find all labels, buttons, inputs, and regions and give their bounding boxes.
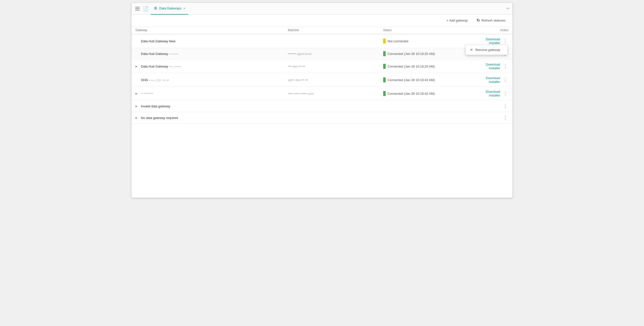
tab-close-button[interactable]: × bbox=[183, 7, 185, 10]
gateway-name: Data Hub Gateway •••••••••• bbox=[141, 52, 178, 56]
gateway-cell: Data Hub Gateway •••••••••• bbox=[132, 48, 284, 60]
data-gateways-tab[interactable]: ⚙ Data Gateways × bbox=[151, 3, 188, 14]
action-cell: ⋮ bbox=[474, 112, 512, 124]
add-gateway-button[interactable]: + Add gateway bbox=[444, 17, 470, 23]
top-bar: 📄 ⚙ Data Gateways × ✏ bbox=[132, 3, 512, 14]
table-row: DHG ••••••_SQL.for.all sql•••.dev.•••.••… bbox=[132, 73, 512, 87]
tab-label: Data Gateways bbox=[159, 6, 181, 10]
machine-cell bbox=[284, 112, 379, 124]
table-row: Data Hub Gateway New Not connected bbox=[132, 34, 512, 48]
expand-icon[interactable]: ▶ bbox=[136, 92, 139, 95]
gateway-table: Gateway Machine Status Action Data Hub G… bbox=[132, 26, 512, 124]
action-cell: ⋮ bbox=[474, 100, 512, 112]
status-cell: Connected (Jan 28 10:16:42 AM) bbox=[379, 73, 474, 87]
expand-icon[interactable]: ▶ bbox=[136, 105, 139, 108]
gateway-table-container: Gateway Machine Status Action Data Hub G… bbox=[132, 26, 512, 198]
status-indicator bbox=[383, 51, 386, 56]
new-file-button[interactable]: 📄 bbox=[143, 6, 148, 11]
table-row: ▶ ••.••••••••• •••••.•••••.•••••••.com C… bbox=[132, 87, 512, 100]
pencil-icon[interactable]: ✏ bbox=[506, 6, 510, 11]
refresh-statuses-button[interactable]: ↻ Refresh statuses bbox=[474, 17, 508, 24]
refresh-statuses-label: Refresh statuses bbox=[481, 18, 506, 22]
add-gateway-label: + Add gateway bbox=[446, 18, 468, 22]
gateway-cell: Data Hub Gateway New bbox=[132, 34, 284, 48]
context-menu: ✕ Remove gateway bbox=[466, 45, 508, 55]
col-header-action: Action bbox=[474, 26, 512, 34]
machine-cell bbox=[284, 34, 379, 48]
gateway-cell: ▶ ••.••••••••• bbox=[132, 87, 284, 100]
status-cell bbox=[379, 112, 474, 124]
gateway-name: ••.••••••••• bbox=[141, 92, 153, 95]
status-cell: Connected (Jan 28 10:16:25 AM) bbox=[379, 48, 474, 60]
more-actions-button[interactable]: ⋮ bbox=[502, 64, 508, 69]
status-cell bbox=[379, 100, 474, 112]
more-actions-button[interactable]: ⋮ bbox=[502, 115, 508, 121]
status-indicator bbox=[383, 39, 386, 43]
gateway-cell: ▶ Invalid data gateway bbox=[132, 100, 284, 112]
machine-cell bbox=[284, 100, 379, 112]
table-row: ▶ Data Hub Gateway ••••_••••••• ••••.dev… bbox=[132, 60, 512, 73]
machine-cell: •••••.•••••.•••••••.com bbox=[284, 87, 379, 100]
more-actions-button[interactable]: ⋮ bbox=[502, 77, 508, 83]
download-installer-link[interactable]: Download installer bbox=[478, 63, 500, 70]
action-cell: Download installer ⋮ bbox=[474, 60, 512, 73]
action-cell: Download installer ⋮ bbox=[474, 87, 512, 100]
gateway-name: Invalid data gateway bbox=[141, 104, 170, 108]
table-header-row: Gateway Machine Status Action bbox=[132, 26, 512, 34]
expand-icon[interactable]: ▶ bbox=[136, 65, 139, 68]
expand-icon[interactable]: ▶ bbox=[136, 116, 139, 120]
status-cell: Connected (Jan 28 10:16:25 AM) bbox=[379, 60, 474, 73]
col-header-machine: Machine bbox=[284, 26, 379, 34]
table-row: Data Hub Gateway •••••••••• ••••••••.age… bbox=[132, 48, 512, 60]
table-row: ▶ No data gateway required ⋮ bbox=[132, 112, 512, 124]
gateway-name: Data Hub Gateway New bbox=[141, 39, 175, 43]
more-actions-button[interactable]: ⋮ bbox=[502, 38, 508, 44]
remove-gateway-menu-item[interactable]: ✕ Remove gateway bbox=[466, 45, 507, 55]
download-installer-link[interactable]: Download installer bbox=[478, 90, 500, 97]
toolbar: + Add gateway ↻ Refresh statuses bbox=[132, 14, 512, 26]
gateway-cell: ▶ No data gateway required bbox=[132, 112, 284, 124]
more-actions-button[interactable]: ⋮ bbox=[502, 103, 508, 109]
col-header-status: Status bbox=[379, 26, 474, 34]
gateway-cell: DHG ••••••_SQL.for.all bbox=[132, 73, 284, 87]
status-indicator bbox=[383, 64, 386, 69]
status-cell: Connected (Jan 28 10:16:42 AM) bbox=[379, 87, 474, 100]
more-actions-button[interactable]: ⋮ bbox=[502, 91, 508, 96]
status-indicator bbox=[383, 91, 386, 96]
gateway-name: DHG ••••••_SQL.for.all bbox=[141, 78, 169, 82]
hamburger-menu-button[interactable] bbox=[134, 6, 140, 12]
col-header-gateway: Gateway bbox=[132, 26, 284, 34]
remove-gateway-label: Remove gateway bbox=[475, 48, 500, 52]
machine-cell: sql•••.dev.•••.••• bbox=[284, 73, 379, 87]
status-text: Connected (Jan 28 10:16:42 AM) bbox=[388, 92, 435, 95]
download-installer-link[interactable]: Download installer bbox=[478, 76, 500, 84]
gateway-cell: ▶ Data Hub Gateway ••••_••••••• bbox=[132, 60, 284, 73]
machine-cell: ••••••••.agent.local bbox=[284, 48, 379, 60]
refresh-icon: ↻ bbox=[476, 18, 480, 23]
status-text: Connected (Jan 28 10:16:42 AM) bbox=[388, 78, 435, 82]
status-indicator bbox=[383, 77, 386, 82]
machine-cell: ••••.dev.•••.••• bbox=[284, 60, 379, 73]
download-installer-link[interactable]: Download installer bbox=[478, 37, 500, 45]
action-cell: Download installer ⋮ bbox=[474, 73, 512, 87]
gateway-name: Data Hub Gateway ••••_••••••• bbox=[141, 65, 181, 68]
status-text: Connected (Jan 28 10:16:25 AM) bbox=[388, 52, 435, 56]
status-cell: Not connected bbox=[379, 34, 474, 48]
remove-icon: ✕ bbox=[470, 48, 473, 52]
status-text: Not connected bbox=[388, 39, 408, 43]
status-text: Connected (Jan 28 10:16:25 AM) bbox=[388, 65, 435, 68]
gear-icon: ⚙ bbox=[154, 6, 157, 11]
table-row: ▶ Invalid data gateway ⋮ bbox=[132, 100, 512, 112]
gateway-name: No data gateway required bbox=[141, 116, 178, 120]
